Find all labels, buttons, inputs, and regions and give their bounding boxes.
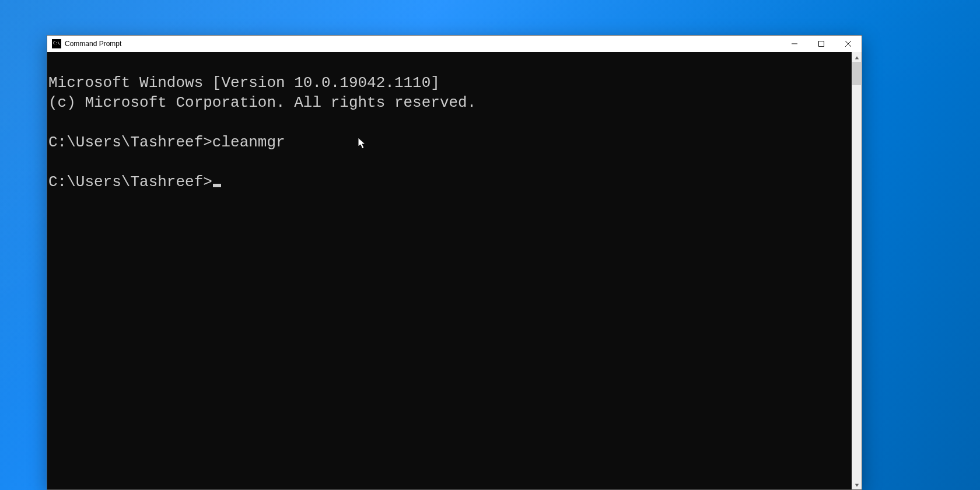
svg-marker-4 bbox=[855, 56, 858, 59]
scroll-thumb[interactable] bbox=[852, 62, 861, 85]
scroll-track[interactable] bbox=[852, 62, 862, 480]
console-line: Microsoft Windows [Version 10.0.19042.11… bbox=[48, 74, 440, 92]
text-cursor bbox=[213, 184, 221, 187]
console-prompt: C:\Users\Tashreef> bbox=[48, 173, 212, 191]
svg-marker-5 bbox=[855, 484, 858, 487]
console-output[interactable]: Microsoft Windows [Version 10.0.19042.11… bbox=[47, 52, 852, 489]
command-prompt-window: Command Prompt Microsoft Windows [Versio… bbox=[47, 35, 862, 490]
maximize-button[interactable] bbox=[808, 36, 835, 52]
titlebar[interactable]: Command Prompt bbox=[47, 36, 862, 52]
vertical-scrollbar[interactable] bbox=[852, 52, 862, 489]
console-line: C:\Users\Tashreef>cleanmgr bbox=[48, 134, 285, 151]
console-area: Microsoft Windows [Version 10.0.19042.11… bbox=[47, 52, 862, 489]
close-button[interactable] bbox=[835, 36, 862, 52]
minimize-button[interactable] bbox=[781, 36, 808, 52]
maximize-icon bbox=[818, 38, 824, 49]
close-icon bbox=[845, 38, 851, 49]
chevron-down-icon bbox=[855, 480, 859, 490]
minimize-icon bbox=[792, 38, 797, 49]
scroll-down-button[interactable] bbox=[852, 480, 862, 489]
cmd-icon bbox=[52, 39, 61, 48]
svg-rect-1 bbox=[819, 41, 824, 47]
scroll-up-button[interactable] bbox=[852, 52, 862, 62]
window-title: Command Prompt bbox=[65, 40, 121, 48]
console-line: (c) Microsoft Corporation. All rights re… bbox=[48, 94, 476, 111]
chevron-up-icon bbox=[855, 52, 859, 62]
